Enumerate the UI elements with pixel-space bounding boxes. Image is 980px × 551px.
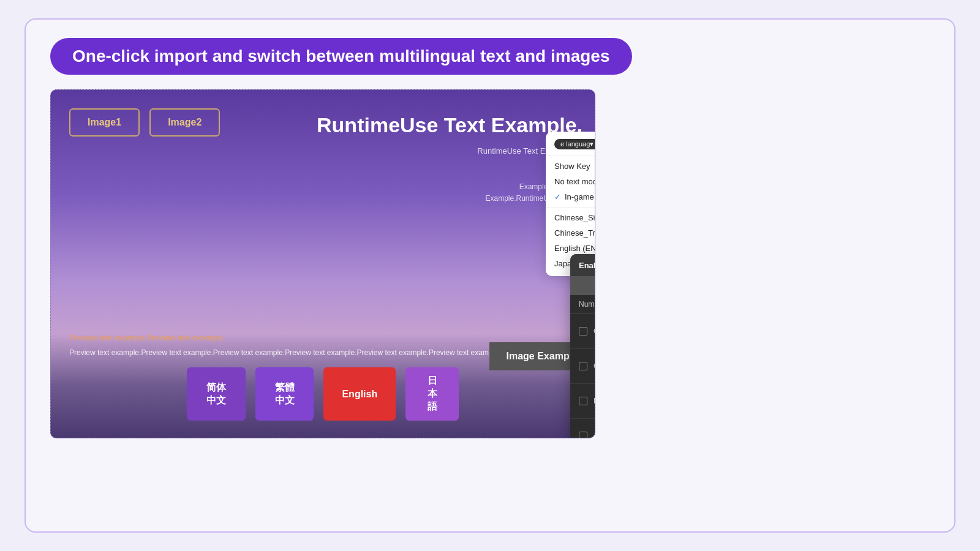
dropdown-item-show-key[interactable]: Show Key [546,159,595,174]
checkbox-tc[interactable] [579,362,587,370]
lang-buttons-row: 简体中文 繁體中文 English 日本語 [187,367,459,421]
dropdown-item-label: English (EN) [554,244,595,253]
lang-btn-cn[interactable]: 简体中文 [187,367,246,421]
dropdown-item-label: Chinese_Traditional (TC) [554,228,595,238]
dropdown-pill: e languag▾ [554,139,595,149]
localization-panel: Enable Localization ✓ Import images in a… [570,254,595,438]
dropdown-item-cn[interactable]: Chinese_Simplified (CN) [546,210,595,225]
enable-localization-label: Enable Localization [579,261,595,270]
headline-pill: One-click import and switch between mult… [50,38,632,75]
lang-btn-ja[interactable]: 日本語 [405,367,459,421]
dropdown-item-ingame-lang[interactable]: ✓ In-game language [546,189,595,204]
dropdown-item-tc[interactable]: Chinese_Traditional (TC) [546,225,595,241]
dropdown-item-label: No text mode [554,177,595,186]
dropdown-item-no-text-mode[interactable]: No text mode [546,174,595,189]
loc-lang-row-cn: Chinese_Simplified (CN) 圖片1 Select [570,314,595,349]
image2-button[interactable]: Image2 [149,108,220,137]
lang-name-cn: Chinese_Simplified (CN) [594,327,595,335]
loc-lang-row-tc: Chinese_Traditional (TC) 圖片1 Select [570,349,595,384]
check-icon: ✓ [554,192,561,201]
loc-lang-row-en: English (EN) Image1 Select [570,384,595,419]
checkbox-en[interactable] [579,397,587,405]
outer-container: One-click import and switch between mult… [24,18,956,533]
dropdown-item-label: Chinese_Simplified (CN) [554,213,595,222]
lang-name-tc: Chinese_Traditional (TC) [594,362,595,370]
runtime-title: RuntimeUse Text Example. [235,113,582,137]
lang-name-ja: Japanese (JA) [594,432,595,438]
dropdown-header: e languag▾ [546,137,595,153]
preview-text-orange: Preview text example.Preview text exampl… [69,333,582,342]
loc-panel-header: Enable Localization ✓ [570,254,595,276]
lang-btn-tc[interactable]: 繁體中文 [255,367,314,421]
loc-count-row: Number of localized images 4/4 [570,295,595,314]
dropdown-item-label: Show Key [554,162,590,171]
loc-lang-row-ja: Japanese (JA) 画像1 Select [570,419,595,438]
import-images-button[interactable]: Import images in all languages [570,276,595,295]
image1-button[interactable]: Image1 [69,108,140,137]
checkbox-cn[interactable] [579,327,587,335]
dropdown-item-label: In-game language [565,192,595,201]
lang-name-en: English (EN) [594,397,595,405]
checkbox-ja[interactable] [579,432,587,438]
lang-btn-en[interactable]: English [323,367,396,421]
main-preview: Image1 Image2 RuntimeUse Text Example. R… [50,89,595,438]
count-label: Number of localized images [579,300,595,309]
